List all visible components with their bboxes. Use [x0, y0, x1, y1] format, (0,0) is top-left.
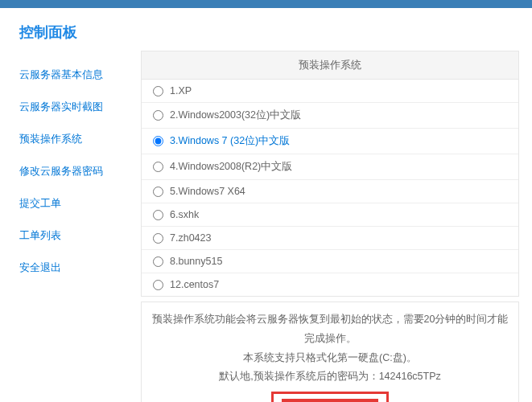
- main: 预装操作系统 1.XP 2.Windows2003(32位)中文版 3.Wind…: [141, 23, 532, 402]
- os-option[interactable]: 4.Windows2008(R2)中文版: [142, 154, 518, 180]
- panel-header: 预装操作系统: [142, 51, 518, 80]
- sidebar-item-label: 安全退出: [19, 261, 61, 273]
- sidebar-item-label: 预装操作系统: [19, 133, 82, 145]
- os-radio[interactable]: [153, 110, 163, 121]
- sidebar-item-preinstall[interactable]: 预装操作系统: [19, 132, 133, 146]
- os-option[interactable]: 1.XP: [142, 80, 518, 103]
- os-option[interactable]: 8.bunny515: [142, 250, 518, 273]
- os-radio[interactable]: [153, 233, 163, 244]
- install-button-highlight: 马上预装操作系统: [271, 392, 389, 402]
- os-radio[interactable]: [153, 187, 163, 197]
- install-now-button[interactable]: 马上预装操作系统: [282, 399, 378, 402]
- sidebar-item-ticket-list[interactable]: 工单列表: [19, 228, 133, 243]
- sidebar-item-submit-ticket[interactable]: 提交工单: [19, 196, 133, 211]
- os-option-label: 7.zh0423: [170, 232, 211, 244]
- os-options: 1.XP 2.Windows2003(32位)中文版 3.Windows 7 (…: [142, 80, 518, 296]
- os-option-label: 2.Windows2003(32位)中文版: [170, 109, 301, 122]
- os-radio[interactable]: [153, 136, 163, 146]
- info-line-2: 本系统支持只格式化第一硬盘(C:盘)。: [148, 349, 512, 368]
- sidebar-item-logout[interactable]: 安全退出: [19, 260, 133, 275]
- container: 控制面板 云服务器基本信息 云服务器实时截图 预装操作系统 修改云服务器密码 提…: [0, 8, 532, 402]
- sidebar-title: 控制面板: [19, 23, 133, 42]
- os-option-label: 8.bunny515: [170, 256, 222, 267]
- info-line-1: 预装操作系统功能会将云服务器恢复到最初始的状态，需要20分钟的时间才能完成操作。: [148, 310, 512, 349]
- os-radio[interactable]: [153, 210, 163, 220]
- os-radio[interactable]: [153, 86, 163, 96]
- sidebar-item-server-info[interactable]: 云服务器基本信息: [19, 68, 133, 82]
- os-option[interactable]: 2.Windows2003(32位)中文版: [142, 103, 518, 129]
- os-radio[interactable]: [153, 280, 163, 290]
- os-option-label: 1.XP: [170, 85, 192, 96]
- sidebar-item-label: 修改云服务器密码: [19, 165, 103, 177]
- os-option-label: 3.Windows 7 (32位)中文版: [170, 134, 290, 148]
- topbar: [0, 0, 532, 8]
- sidebar-item-change-password[interactable]: 修改云服务器密码: [19, 164, 133, 178]
- info-box: 预装操作系统功能会将云服务器恢复到最初始的状态，需要20分钟的时间才能完成操作。…: [141, 302, 519, 402]
- sidebar-item-label: 工单列表: [19, 229, 61, 241]
- sidebar-item-label: 提交工单: [19, 197, 61, 209]
- sidebar: 控制面板 云服务器基本信息 云服务器实时截图 预装操作系统 修改云服务器密码 提…: [0, 23, 141, 402]
- os-panel: 预装操作系统 1.XP 2.Windows2003(32位)中文版 3.Wind…: [141, 51, 519, 297]
- info-line-3: 默认地,预装操作系统后的密码为：142416c5TPz: [148, 367, 512, 387]
- sidebar-item-screenshot[interactable]: 云服务器实时截图: [19, 100, 133, 114]
- sidebar-item-label: 云服务器实时截图: [19, 100, 103, 113]
- os-option[interactable]: 7.zh0423: [142, 227, 518, 250]
- os-option[interactable]: 5.Windows7 X64: [142, 180, 518, 203]
- os-option[interactable]: 6.sxhk: [142, 203, 518, 227]
- os-option-label: 6.sxhk: [170, 209, 199, 220]
- os-option[interactable]: 3.Windows 7 (32位)中文版: [142, 129, 518, 154]
- os-radio[interactable]: [153, 256, 163, 267]
- os-radio[interactable]: [153, 162, 163, 172]
- os-option-label: 5.Windows7 X64: [170, 186, 245, 197]
- os-option-label: 4.Windows2008(R2)中文版: [170, 160, 292, 174]
- os-option[interactable]: 12.centos7: [142, 273, 518, 296]
- sidebar-items: 云服务器基本信息 云服务器实时截图 预装操作系统 修改云服务器密码 提交工单 工…: [19, 68, 133, 275]
- sidebar-item-label: 云服务器基本信息: [19, 68, 103, 80]
- os-option-label: 12.centos7: [170, 279, 219, 290]
